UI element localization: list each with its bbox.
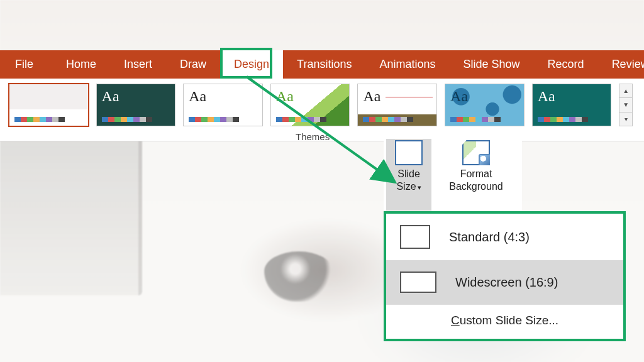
theme-thumb-1[interactable]	[9, 84, 89, 126]
slide-size-menu: Standard (4:3) Widescreen (16:9) Custom …	[384, 211, 626, 341]
tab-slideshow[interactable]: Slide Show	[450, 50, 534, 79]
ribbon-tabs: File Home Insert Draw Design Transitions…	[0, 50, 644, 79]
theme-palette	[538, 117, 588, 122]
slide-size-standard[interactable]: Standard (4:3)	[386, 214, 623, 260]
slide-size-label-2: Size▾	[396, 180, 421, 194]
theme-thumb-7[interactable]: Aa	[532, 84, 612, 126]
themes-scroll-up[interactable]: ▲	[619, 84, 632, 98]
aspect-16-9-icon	[400, 272, 436, 293]
slide-size-button[interactable]: Slide Size▾	[386, 139, 431, 211]
theme-thumb-2[interactable]: Aa	[96, 84, 176, 126]
themes-gallery: Aa Aa Aa Aa Aa Aa ▲ ▼ ▾	[9, 84, 633, 126]
tab-file[interactable]: File	[0, 50, 52, 79]
tab-animations[interactable]: Animations	[365, 50, 449, 79]
tab-home[interactable]: Home	[52, 50, 110, 79]
slide-size-custom-accel: C	[451, 314, 460, 327]
theme-sample-text: Aa	[102, 88, 119, 105]
themes-panel: Aa Aa Aa Aa Aa Aa ▲ ▼ ▾ Themes	[0, 79, 644, 141]
theme-palette	[102, 117, 152, 122]
slide-size-widescreen-label: Widescreen (16:9)	[455, 275, 558, 290]
themes-scroll: ▲ ▼ ▾	[619, 84, 633, 126]
theme-palette	[276, 117, 326, 122]
theme-sample-text: Aa	[450, 88, 468, 105]
tab-transitions[interactable]: Transitions	[283, 50, 365, 79]
theme-palette	[450, 117, 501, 122]
tab-draw[interactable]: Draw	[166, 50, 220, 79]
tab-design[interactable]: Design	[220, 50, 283, 79]
themes-more-button[interactable]: ▾	[619, 112, 632, 126]
format-background-label-2: Background	[449, 180, 502, 193]
customize-group: Slide Size▾ Format Background	[384, 135, 522, 211]
theme-thumb-3[interactable]: Aa	[183, 84, 263, 126]
tab-record[interactable]: Record	[534, 50, 598, 79]
tab-insert[interactable]: Insert	[110, 50, 166, 79]
theme-sample-text: Aa	[538, 88, 555, 105]
tab-review[interactable]: Review	[598, 50, 644, 79]
slide-size-custom-label: ustom Slide Size...	[460, 314, 558, 327]
theme-palette	[363, 117, 413, 122]
format-background-button[interactable]: Format Background	[435, 139, 517, 211]
theme-palette	[189, 117, 239, 122]
slide-size-icon	[395, 140, 423, 165]
theme-sample-text: Aa	[363, 88, 380, 105]
slide-size-standard-label: Standard (4:3)	[449, 230, 530, 244]
format-background-icon	[462, 140, 490, 165]
theme-thumb-4[interactable]: Aa	[270, 84, 350, 126]
slide-size-widescreen[interactable]: Widescreen (16:9)	[386, 260, 623, 304]
themes-group-label: Themes	[296, 131, 330, 142]
theme-sample-text: Aa	[276, 88, 294, 105]
theme-thumb-5[interactable]: Aa	[357, 84, 437, 126]
chevron-down-icon: ▾	[418, 184, 421, 191]
theme-thumb-6[interactable]: Aa	[445, 84, 525, 126]
slide-size-custom[interactable]: Custom Slide Size...	[386, 305, 623, 339]
slide-size-label-1: Slide	[397, 168, 420, 180]
theme-palette	[14, 117, 65, 122]
themes-scroll-down[interactable]: ▼	[619, 98, 632, 112]
aspect-4-3-icon	[400, 225, 430, 249]
theme-sample-text: Aa	[189, 88, 206, 105]
format-background-label-1: Format	[460, 168, 492, 180]
